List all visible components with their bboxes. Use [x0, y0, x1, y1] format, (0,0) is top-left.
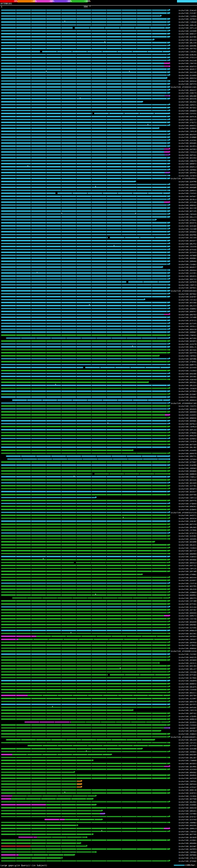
hit-row[interactable]: UniRef100_Q00CZ7 [0, 32, 197, 35]
hit-label[interactable]: UniRef100_B9RZA9 [178, 434, 196, 437]
hit-label[interactable]: UniRef100_Q9M8Z9 [178, 473, 196, 475]
hit-row[interactable]: UniRef100_C0HFJ3 [0, 283, 197, 286]
hit-bar-segment[interactable] [1, 332, 169, 333]
hit-row[interactable]: UniRef100_Q9LMH2 [0, 800, 197, 803]
hit-label[interactable]: UniRef100_C0PGJ8 [178, 130, 196, 132]
hit-bar-segment[interactable] [1, 545, 169, 545]
hit-label[interactable]: UniRef100_Q1SVX3 [178, 251, 196, 253]
hit-bar-segment[interactable] [1, 858, 62, 859]
hit-bar-segment[interactable] [1, 252, 169, 253]
hit-label[interactable]: UniRef100_C0H7X9 [178, 62, 196, 64]
hit-label[interactable]: UniRef100_B7EPY9 [178, 532, 196, 534]
hit-label[interactable]: UniRef100_A5AR85 [178, 449, 196, 452]
hit-bar-segment[interactable] [1, 146, 169, 147]
hit-row[interactable]: UniRef100_B4FQL4 [0, 422, 197, 425]
hit-label[interactable]: UniRef100_Q9FL03 [178, 429, 196, 431]
hit-row[interactable]: UniRef100_UPI00019849F1 [0, 735, 197, 738]
hit-bar-segment[interactable] [1, 698, 169, 699]
hit-bar-segment[interactable] [164, 202, 169, 203]
hit-row[interactable]: UniRef100_C5YV31 [0, 112, 197, 115]
hit-bar-segment[interactable] [1, 414, 165, 415]
hit-label[interactable]: UniRef100_Q9LMH2 [178, 801, 196, 803]
hit-bar-segment[interactable] [1, 553, 169, 554]
hit-label[interactable]: UniRef100_C5WIU2 [178, 831, 196, 833]
hit-bar-segment[interactable] [28, 695, 169, 696]
hit-bar-segment[interactable] [1, 264, 169, 265]
hit-bar-segment[interactable] [1, 766, 164, 767]
hit-bar-segment[interactable] [1, 81, 169, 82]
hit-label[interactable]: UniRef100_C5Z302 [178, 653, 196, 655]
hit-row[interactable]: UniRef100_B4FUA6 [0, 706, 197, 709]
hit-row[interactable]: UniRef100_Q2V0S1 [0, 720, 197, 723]
hit-bar-segment[interactable] [1, 441, 169, 442]
hit-row[interactable]: UniRef100_B4G9E7 [0, 726, 197, 730]
hit-label[interactable]: UniRef100_B9GPL3 [178, 166, 196, 168]
hit-bar-segment[interactable] [164, 615, 169, 616]
hit-label[interactable]: UniRef100_C1E856 [178, 15, 196, 17]
hit-row[interactable]: UniRef100_A5BJN7 [0, 520, 197, 523]
hit-row[interactable]: UniRef100_C0PML8 [0, 425, 197, 428]
hit-label[interactable]: UniRef100_A7NXK6 [178, 432, 196, 434]
hit-label[interactable]: UniRef100_C5WN90 [178, 759, 196, 762]
hit-label[interactable]: UniRef100_B9RXS4 [178, 77, 196, 79]
hit-bar-segment[interactable] [25, 722, 71, 723]
hit-bar-segment[interactable] [1, 615, 164, 616]
hit-bar-segment[interactable] [1, 243, 169, 244]
hit-bar-segment[interactable] [1, 169, 169, 170]
hit-bar-segment[interactable] [1, 166, 169, 167]
hit-row[interactable]: UniRef100_B9HXF2 [0, 124, 197, 127]
hit-row[interactable]: UniRef100_B9GIW4 [0, 753, 197, 756]
hit-bar-segment[interactable] [1, 494, 169, 495]
hit-row[interactable]: UniRef100_A5BQ23 [0, 732, 197, 735]
hit-row[interactable]: UniRef100_C6T1F2 [0, 741, 197, 744]
hit-label[interactable]: UniRef100_C5XNV4 [178, 547, 196, 549]
hit-label[interactable]: UniRef100_B6TJZ5 [178, 210, 196, 212]
hit-bar-segment[interactable] [164, 314, 169, 315]
hit-label[interactable]: UniRef100_Q9ZTS7 [178, 119, 196, 121]
hit-label[interactable]: UniRef100_A2XCN1 [178, 139, 196, 141]
hit-row[interactable]: UniRef100_B9HKX2 [0, 682, 197, 685]
hit-bar-segment[interactable] [1, 317, 169, 318]
hit-bar-segment[interactable] [164, 63, 169, 64]
hit-bar-segment[interactable] [1, 760, 92, 761]
hit-label[interactable]: UniRef100_B7FN97 [178, 461, 196, 463]
hit-label[interactable]: UniRef100_B9HXF2 [178, 124, 196, 127]
hit-row[interactable]: UniRef100_B9RQW8 [0, 186, 197, 189]
hit-bar-segment[interactable] [1, 320, 169, 321]
hit-label[interactable]: UniRef100_C5WSL2 [178, 476, 196, 478]
hit-row[interactable]: UniRef100_Q1SJ44 [0, 606, 197, 609]
hit-bar-segment[interactable] [1, 423, 169, 424]
hit-label[interactable]: UniRef100_B8ALJ1 [178, 346, 196, 348]
hit-label[interactable]: UniRef100_A9RL45 [178, 24, 196, 26]
hit-row[interactable]: UniRef100_Q8LEW3 [0, 526, 197, 529]
hit-row[interactable]: UniRef100_Q1T8D6 [0, 676, 197, 679]
hit-row[interactable]: UniRef100_Q9SR34 [0, 517, 197, 520]
hit-row[interactable]: UniRef100_Q6YSF3 [0, 703, 197, 706]
hit-row[interactable]: UniRef100_C0PFD1 [0, 780, 197, 783]
hit-bar-segment[interactable] [1, 807, 169, 808]
hit-row[interactable]: UniRef100_C5XQK2 [0, 262, 197, 266]
hit-bar-segment[interactable] [1, 261, 169, 262]
hit-bar-segment[interactable] [1, 314, 164, 315]
hit-label[interactable]: UniRef100_Q9FGX4 [178, 783, 196, 785]
hit-bar-segment[interactable] [42, 51, 169, 52]
hit-label[interactable]: UniRef100_B8A8Q6 [178, 559, 196, 561]
hit-label[interactable]: UniRef100_C0P4V9 [178, 213, 196, 215]
hit-label[interactable]: UniRef100_Q9LZB7 [178, 756, 196, 759]
hit-label[interactable]: UniRef100_Q6H845 [178, 774, 196, 776]
hit-label[interactable]: UniRef100_B9SJ84 [178, 665, 196, 667]
hit-label[interactable]: UniRef100_B9SX44 [178, 577, 196, 579]
hit-label[interactable]: UniRef100_A5C1H4 [178, 237, 196, 239]
hit-label[interactable]: UniRef100_C6TDR4 [178, 458, 196, 460]
hit-bar-segment[interactable] [1, 92, 169, 93]
hit-row[interactable]: UniRef100_C6T8H6 [0, 529, 197, 532]
hit-row[interactable]: UniRef100_A7QD53 [0, 644, 197, 647]
hit-bar-segment[interactable] [1, 134, 169, 135]
hit-row[interactable]: UniRef100_Q8GZB0 [0, 94, 197, 97]
hit-label[interactable]: UniRef100_Q8GTQ3 [178, 313, 196, 316]
hit-row[interactable]: UniRef100_Q9LQJ1 [0, 543, 197, 546]
hit-bar-segment[interactable] [1, 618, 169, 619]
hit-row[interactable]: UniRef100_C1MZG8 [0, 20, 197, 23]
hit-label[interactable]: UniRef100_B9HDV4 [178, 399, 196, 401]
hit-bar-segment[interactable] [1, 645, 169, 646]
